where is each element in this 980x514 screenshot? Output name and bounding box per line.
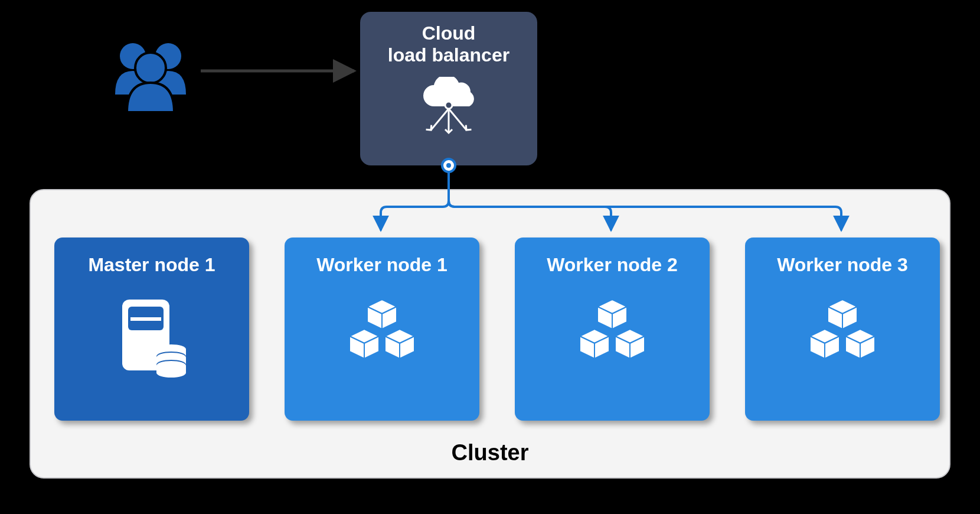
server-db-icon [54, 294, 249, 385]
load-balancer-title: Cloud load balancer [360, 22, 537, 66]
cloud-load-balancer-icon [360, 77, 537, 150]
worker-node-1-title: Worker node 1 [285, 254, 479, 276]
worker-node-1: Worker node 1 [285, 238, 479, 421]
svg-line-6 [449, 109, 466, 130]
cluster-label: Cluster [31, 440, 949, 466]
cubes-icon [515, 294, 710, 379]
svg-point-3 [445, 102, 452, 109]
load-balancer-box: Cloud load balancer [360, 12, 537, 165]
worker-node-3-title: Worker node 3 [745, 254, 940, 276]
users-icon [106, 35, 195, 121]
svg-point-18 [156, 368, 186, 378]
master-node-title: Master node 1 [54, 254, 249, 276]
svg-rect-9 [130, 317, 161, 321]
svg-line-5 [431, 109, 449, 130]
cluster-container: Master node 1 [30, 189, 950, 479]
worker-node-2-title: Worker node 2 [515, 254, 710, 276]
diagram-stage: Cloud load balancer Master nod [30, 24, 950, 490]
master-node-1: Master node 1 [54, 238, 249, 421]
worker-node-2: Worker node 2 [515, 238, 710, 421]
worker-node-3: Worker node 3 [745, 238, 940, 421]
svg-point-2 [135, 53, 166, 83]
cubes-icon [285, 294, 479, 379]
cubes-icon [745, 294, 940, 379]
